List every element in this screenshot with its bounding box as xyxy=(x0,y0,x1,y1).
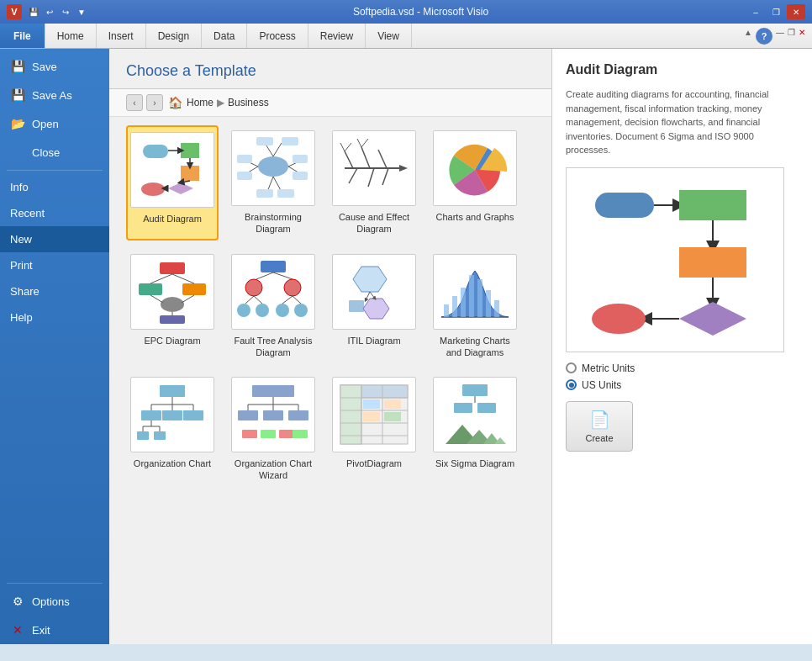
close-file-icon xyxy=(10,145,25,160)
svg-rect-68 xyxy=(444,304,449,317)
sidebar-bottom: ⚙ Options ✕ Exit xyxy=(0,579,109,644)
svg-rect-81 xyxy=(141,410,161,420)
template-cause-effect[interactable]: Cause and Effect Diagram xyxy=(328,125,420,241)
help-button[interactable]: ? xyxy=(756,28,772,45)
sidebar-item-new[interactable]: New xyxy=(0,226,109,252)
template-org-chart-wizard[interactable]: Organization Chart Wizard xyxy=(227,372,319,487)
svg-rect-113 xyxy=(384,399,401,409)
sidebar-item-open[interactable]: 📂 Open xyxy=(0,109,109,138)
svg-line-34 xyxy=(340,143,345,151)
svg-rect-21 xyxy=(293,172,308,180)
sidebar-item-exit[interactable]: ✕ Exit xyxy=(0,616,109,644)
quick-dropdown[interactable]: ▼ xyxy=(75,5,88,19)
maximize-button[interactable]: ❐ xyxy=(767,4,785,19)
breadcrumb-home[interactable]: Home xyxy=(187,97,214,108)
breadcrumb-business[interactable]: Business xyxy=(228,97,269,108)
sidebar-item-close[interactable]: Close xyxy=(0,138,109,167)
tab-data[interactable]: Data xyxy=(202,24,247,48)
svg-line-58 xyxy=(245,296,254,304)
template-marketing-thumb xyxy=(433,254,517,330)
breadcrumb-home-icon[interactable]: 🏠 xyxy=(166,94,183,111)
svg-marker-62 xyxy=(353,267,387,292)
svg-point-132 xyxy=(592,304,646,334)
template-cause-effect-thumb xyxy=(332,130,416,206)
breadcrumb-forward[interactable]: › xyxy=(146,94,163,111)
tab-insert[interactable]: Insert xyxy=(97,24,146,48)
sidebar-print-label: Print xyxy=(10,259,33,272)
svg-point-9 xyxy=(258,156,288,177)
sidebar-item-options[interactable]: ⚙ Options xyxy=(0,587,109,616)
sidebar-options-label: Options xyxy=(32,595,70,608)
svg-rect-90 xyxy=(252,385,294,397)
sidebar-item-help[interactable]: Help xyxy=(0,304,109,330)
svg-rect-126 xyxy=(679,190,746,220)
ribbon-close[interactable]: ✕ xyxy=(799,28,805,45)
template-epc[interactable]: EPC Diagram xyxy=(126,249,219,364)
sidebar-item-recent[interactable]: Recent xyxy=(0,200,109,226)
window-controls: – ❐ ✕ xyxy=(746,4,805,19)
template-marketing[interactable]: Marketing Charts and Diagrams xyxy=(429,249,521,364)
ribbon-min[interactable]: — xyxy=(776,28,784,45)
template-itil[interactable]: ITIL Diagram xyxy=(328,249,420,364)
template-six-sigma[interactable]: Six Sigma Diagram xyxy=(429,372,521,487)
svg-rect-19 xyxy=(282,137,298,145)
svg-line-57 xyxy=(273,272,293,279)
breadcrumb: ‹ › 🏠 Home ▶ Business xyxy=(109,89,551,117)
svg-rect-114 xyxy=(363,412,380,421)
rp-preview xyxy=(566,167,784,352)
template-scroll[interactable]: Audit Diagram xyxy=(109,117,551,644)
sidebar-item-save[interactable]: 💾 Save xyxy=(0,52,109,81)
ribbon-collapse-btn[interactable]: ▲ xyxy=(744,28,752,45)
rp-us-option[interactable]: US Units xyxy=(566,379,799,391)
sidebar-item-info[interactable]: Info xyxy=(0,174,109,200)
svg-rect-23 xyxy=(277,189,294,198)
tab-view[interactable]: View xyxy=(366,24,412,48)
quick-save[interactable]: 💾 xyxy=(27,5,40,19)
create-label: Create xyxy=(585,433,613,443)
ribbon-restore[interactable]: ❐ xyxy=(788,28,795,45)
quick-redo[interactable]: ↪ xyxy=(59,5,72,19)
sidebar-item-share[interactable]: Share xyxy=(0,278,109,304)
svg-line-29 xyxy=(361,147,370,168)
template-fault-tree[interactable]: Fault Tree Analysis Diagram xyxy=(227,249,319,364)
tab-process[interactable]: Process xyxy=(247,24,308,48)
tab-review[interactable]: Review xyxy=(308,24,366,48)
rp-metric-option[interactable]: Metric Units xyxy=(566,362,799,374)
svg-rect-70 xyxy=(461,288,466,317)
svg-rect-112 xyxy=(363,399,380,409)
create-button[interactable]: 📄 Create xyxy=(566,401,633,452)
svg-rect-22 xyxy=(256,189,273,198)
minimize-button[interactable]: – xyxy=(746,4,765,19)
template-brainstorming[interactable]: Brainstorming Diagram xyxy=(227,125,319,241)
template-audit[interactable]: Audit Diagram xyxy=(126,125,219,241)
svg-rect-88 xyxy=(137,431,149,440)
template-brainstorming-name: Brainstorming Diagram xyxy=(232,211,314,235)
tab-home[interactable]: Home xyxy=(45,24,97,48)
us-radio[interactable] xyxy=(566,379,577,390)
template-org-chart-name: Organization Chart xyxy=(134,457,211,469)
svg-rect-82 xyxy=(162,410,182,420)
close-button[interactable]: ✕ xyxy=(787,4,805,19)
svg-marker-130 xyxy=(679,302,746,336)
tab-design[interactable]: Design xyxy=(146,24,202,48)
content-title: Choose a Template xyxy=(109,49,551,89)
svg-line-45 xyxy=(172,274,194,283)
tab-file[interactable]: File xyxy=(0,24,45,48)
template-charts[interactable]: Charts and Graphs xyxy=(429,125,521,241)
template-itil-thumb xyxy=(332,254,416,330)
template-fault-tree-thumb xyxy=(231,254,315,330)
template-fault-tree-name: Fault Tree Analysis Diagram xyxy=(232,335,314,359)
sidebar-item-save-as[interactable]: 💾 Save As xyxy=(0,81,109,109)
sidebar-item-print[interactable]: Print xyxy=(0,252,109,278)
sidebar-close-label: Close xyxy=(32,146,60,159)
quick-undo[interactable]: ↩ xyxy=(43,5,56,19)
breadcrumb-back[interactable]: ‹ xyxy=(126,94,143,111)
exit-icon: ✕ xyxy=(10,622,25,637)
template-org-chart[interactable]: Organization Chart xyxy=(126,372,219,487)
template-cause-effect-name: Cause and Effect Diagram xyxy=(333,211,415,235)
metric-radio[interactable] xyxy=(566,362,577,373)
window-title: Softpedia.vsd - Microsoft Visio xyxy=(95,6,746,18)
template-itil-name: ITIL Diagram xyxy=(347,335,400,346)
svg-rect-39 xyxy=(160,262,185,274)
template-pivot[interactable]: PivotDiagram xyxy=(328,372,420,487)
